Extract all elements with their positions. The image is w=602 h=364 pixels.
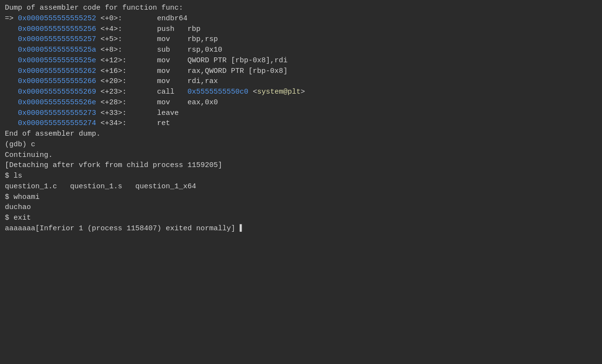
line-7: 0x0000555555555266 <+20>: mov rdi,rax	[5, 76, 597, 87]
line-8: 0x0000555555555269 <+23>: call 0x5555555…	[5, 87, 597, 98]
terminal-output: Dump of assembler code for function func…	[5, 3, 597, 234]
line-9: 0x000055555555526e <+28>: mov eax,0x0	[5, 98, 597, 108]
line-end: End of assembler dump.	[5, 129, 597, 140]
line-6: 0x0000555555555262 <+16>: mov rax,QWORD …	[5, 66, 597, 77]
line-whoami: $ whoami	[5, 192, 597, 203]
line-4: 0x000055555555525a <+8>: sub rsp,0x10	[5, 45, 597, 56]
line-continuing: Continuing.	[5, 150, 597, 161]
line-10: 0x0000555555555273 <+33>: leave	[5, 108, 597, 119]
line-inferior: aaaaaaa[Inferior 1 (process 1158407) exi…	[5, 224, 597, 234]
line-header: Dump of assembler code for function func…	[5, 3, 597, 14]
line-duchao: duchao	[5, 202, 597, 213]
line-1: => 0x0000555555555252 <+0>: endbr64	[5, 14, 597, 24]
line-exit: $ exit	[5, 213, 597, 224]
line-2: 0x0000555555555256 <+4>: push rbp	[5, 24, 597, 35]
line-files: question_1.c question_1.s question_1_x64	[5, 182, 597, 192]
line-detach: [Detaching after vfork from child proces…	[5, 160, 597, 171]
line-ls: $ ls	[5, 171, 597, 182]
line-5: 0x000055555555525e <+12>: mov QWORD PTR …	[5, 56, 597, 66]
line-gdb-c: (gdb) c	[5, 140, 597, 150]
line-11: 0x0000555555555274 <+34>: ret	[5, 118, 597, 129]
line-3: 0x0000555555555257 <+5>: mov rbp,rsp	[5, 34, 597, 45]
